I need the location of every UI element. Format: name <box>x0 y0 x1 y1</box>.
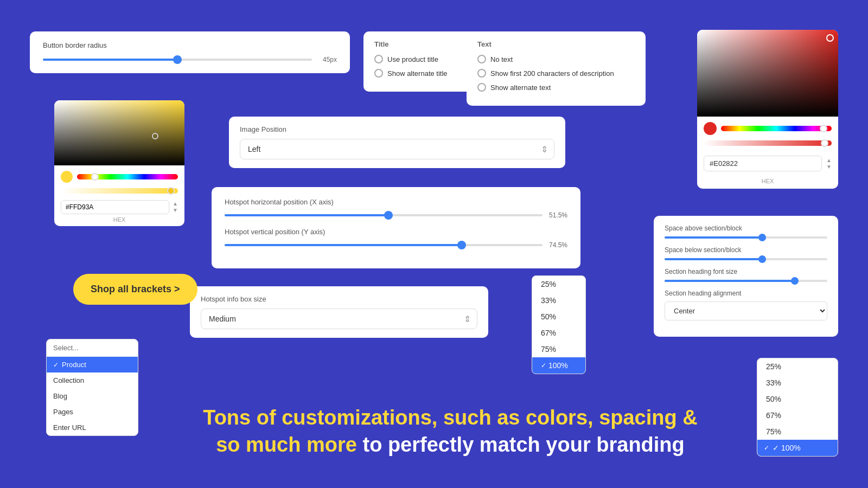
heading-font-size-fill <box>665 280 795 282</box>
spinner-down-red[interactable]: ▼ <box>826 164 832 170</box>
heading-font-size-thumb[interactable] <box>791 277 799 285</box>
title-radio2[interactable] <box>374 69 383 78</box>
percent-33-right[interactable]: 33% <box>757 375 838 391</box>
title-radio1[interactable] <box>374 55 383 63</box>
yellow-hue-thumb[interactable] <box>91 173 99 181</box>
dropdown-item-product[interactable]: Product <box>47 357 138 373</box>
color-cursor-red[interactable] <box>826 34 834 42</box>
heading-alignment-label: Section heading alignment <box>665 290 827 297</box>
spacing-below-fill <box>665 258 762 260</box>
color-picker-red: ▲ ▼ HEX <box>697 30 838 189</box>
hotspot-y-thumb[interactable] <box>457 241 466 249</box>
border-radius-label: Button border radius <box>43 41 337 49</box>
dropdown-item-url[interactable]: Enter URL <box>47 420 138 435</box>
dropdown-item-pages[interactable]: Pages <box>47 404 138 420</box>
spacing-above-row: Space above section/block <box>665 224 827 239</box>
border-radius-fill <box>43 59 177 61</box>
hex-row-red: ▲ ▼ <box>697 151 838 178</box>
text-option2[interactable]: Show first 200 characters of description <box>477 69 635 78</box>
hex-input-yellow[interactable] <box>61 200 169 214</box>
hotspot-x-track[interactable] <box>225 214 542 216</box>
color-gradient-red[interactable] <box>697 30 838 117</box>
hue-thumb-red[interactable] <box>820 125 827 132</box>
alpha-thumb-red[interactable] <box>821 139 828 147</box>
image-position-label: Image Position <box>240 125 554 133</box>
border-radius-slider-row: 45px <box>43 56 337 63</box>
hotspot-y-label: Hotspot vertical position (Y axis) <box>225 228 567 236</box>
alpha-row-red <box>697 140 838 151</box>
hotspot-size-card: Hotspot info box size Medium Small Large… <box>190 286 488 338</box>
yellow-hex-row: ▲ ▼ <box>54 198 184 216</box>
heading-alignment-row: Section heading alignment Center Left Ri… <box>665 290 827 320</box>
percent-75-right[interactable]: 75% <box>757 423 838 440</box>
hotspot-y-track[interactable] <box>225 244 542 246</box>
percent-dropdown-right: 25% 33% 50% 67% 75% ✓ 100% <box>757 358 838 457</box>
percent-67-left[interactable]: 67% <box>532 325 585 341</box>
percent-25-right[interactable]: 25% <box>757 358 838 375</box>
hotspot-x-slider-row: 51.5% <box>225 211 567 219</box>
text-option1[interactable]: No text <box>477 55 635 63</box>
hotspot-position-card: Hotspot horizontal position (X axis) 51.… <box>212 187 580 268</box>
heading-alignment-select[interactable]: Center Left Right <box>665 301 827 320</box>
percent-33-left[interactable]: 33% <box>532 292 585 309</box>
hue-slider-red[interactable] <box>721 126 832 131</box>
spacing-above-track[interactable] <box>665 236 827 239</box>
spacing-above-fill <box>665 236 762 239</box>
border-radius-thumb[interactable] <box>173 55 182 64</box>
spacing-below-track[interactable] <box>665 258 827 260</box>
spinner-up-red[interactable]: ▲ <box>826 158 832 163</box>
percent-50-left[interactable]: 50% <box>532 309 585 325</box>
border-radius-track[interactable] <box>43 59 312 61</box>
spinner-down-yellow[interactable]: ▼ <box>173 208 178 213</box>
image-position-select[interactable]: Left Center Right <box>240 139 554 159</box>
spinner-red[interactable]: ▲ ▼ <box>826 158 832 170</box>
shop-button[interactable]: Shop all brackets > <box>73 274 197 305</box>
text-section-label: Text <box>477 40 635 48</box>
text-card: Text No text Show first 200 characters o… <box>467 31 646 106</box>
bottom-text-highlight: so much more <box>216 433 357 456</box>
spacing-card: Space above section/block Space below se… <box>654 216 838 337</box>
text-radio2[interactable] <box>477 69 486 78</box>
text-radio1[interactable] <box>477 55 486 63</box>
text-radio3[interactable] <box>477 83 486 92</box>
percent-100-left[interactable]: 100% <box>532 357 585 374</box>
text-option3[interactable]: Show alternate text <box>477 83 635 92</box>
bottom-text-line2: so much more to perfectly match your bra… <box>141 432 760 458</box>
yellow-preview-dot <box>61 171 73 183</box>
heading-font-size-track[interactable] <box>665 280 827 282</box>
alpha-slider-red[interactable] <box>704 140 832 146</box>
spacing-above-thumb[interactable] <box>758 234 766 241</box>
percent-25-left[interactable]: 25% <box>532 276 585 292</box>
hotspot-y-fill <box>225 244 462 246</box>
yellow-alpha-slider[interactable] <box>61 188 178 194</box>
dropdown-item-collection[interactable]: Collection <box>47 373 138 388</box>
dropdown-item-blog[interactable]: Blog <box>47 388 138 404</box>
yellow-alpha-thumb[interactable] <box>167 187 175 195</box>
hotspot-size-select[interactable]: Medium Small Large <box>201 309 477 329</box>
hotspot-y-slider-row: 74.5% <box>225 241 567 249</box>
hotspot-x-row: Hotspot horizontal position (X axis) 51.… <box>225 198 567 219</box>
bottom-text-white: to perfectly match your branding <box>357 433 685 456</box>
hex-input-red[interactable] <box>704 156 822 171</box>
percent-67-right[interactable]: 67% <box>757 407 838 423</box>
hex-label-yellow: HEX <box>54 216 184 226</box>
percent-100-right[interactable]: ✓ 100% <box>757 440 838 456</box>
spacing-below-thumb[interactable] <box>758 255 766 263</box>
link-type-dropdown: Select... Product Collection Blog Pages … <box>46 339 138 436</box>
hotspot-y-row: Hotspot vertical position (Y axis) 74.5% <box>225 228 567 249</box>
color-picker-yellow: ▲ ▼ HEX <box>54 100 184 226</box>
yellow-hue-row <box>54 165 184 188</box>
hotspot-y-value: 74.5% <box>548 241 567 249</box>
spinner-yellow[interactable]: ▲ ▼ <box>173 201 178 213</box>
percent-75-left[interactable]: 75% <box>532 341 585 357</box>
spinner-up-yellow[interactable]: ▲ <box>173 201 178 207</box>
border-radius-card: Button border radius 45px <box>30 31 350 73</box>
color-preview-red <box>704 122 717 135</box>
color-gradient-yellow[interactable] <box>54 100 184 165</box>
dropdown-header: Select... <box>47 339 138 357</box>
hotspot-x-thumb[interactable] <box>384 211 393 220</box>
color-cursor-yellow[interactable] <box>152 133 158 139</box>
yellow-hue-slider[interactable] <box>77 174 178 179</box>
spacing-above-label: Space above section/block <box>665 224 827 232</box>
percent-50-right[interactable]: 50% <box>757 391 838 407</box>
